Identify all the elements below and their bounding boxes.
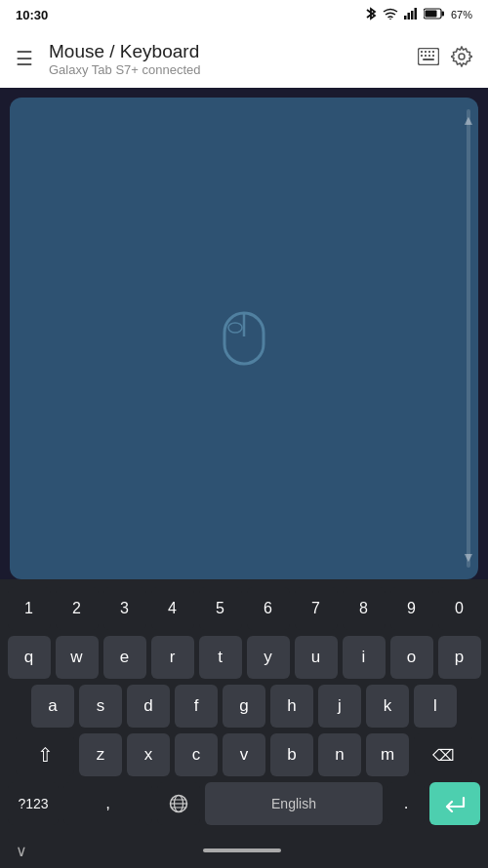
svg-rect-13	[421, 55, 423, 57]
key-5[interactable]: 5	[199, 587, 242, 630]
chevron-down-icon[interactable]: ∨	[16, 842, 27, 860]
globe-key[interactable]	[157, 782, 200, 825]
keyboard-icon[interactable]	[418, 48, 439, 70]
key-v[interactable]: v	[223, 733, 265, 776]
bluetooth-icon	[365, 7, 377, 23]
numbers-key[interactable]: ?123	[8, 782, 59, 825]
status-bar: 10:30	[0, 0, 488, 29]
scroll-bar[interactable]: ▲ ▼	[467, 109, 470, 568]
settings-icon[interactable]	[451, 46, 472, 72]
extra-bar: ∨	[0, 833, 488, 868]
svg-rect-2	[407, 13, 410, 20]
key-9[interactable]: 9	[390, 587, 433, 630]
title-group: Mouse / Keyboard Galaxy Tab S7+ connecte…	[49, 41, 418, 77]
key-i[interactable]: i	[343, 636, 386, 679]
svg-rect-10	[425, 51, 427, 53]
backspace-key[interactable]: ⌫	[414, 733, 472, 776]
svg-rect-9	[421, 51, 423, 53]
battery-icon	[424, 8, 445, 22]
svg-point-18	[459, 54, 465, 59]
svg-rect-17	[423, 59, 434, 60]
battery-percent: 67%	[451, 9, 472, 20]
svg-rect-4	[414, 8, 417, 20]
key-g[interactable]: g	[223, 685, 265, 728]
period-key[interactable]: .	[387, 782, 425, 825]
key-d[interactable]: d	[127, 685, 170, 728]
key-e[interactable]: e	[103, 636, 146, 679]
qwerty-row: q w e r t y u i o p	[4, 636, 484, 679]
key-c[interactable]: c	[175, 733, 218, 776]
svg-rect-16	[432, 55, 434, 57]
svg-point-0	[389, 19, 391, 20]
key-x[interactable]: x	[127, 733, 170, 776]
svg-rect-15	[428, 55, 430, 57]
key-k[interactable]: k	[366, 685, 409, 728]
zxcv-row: ⇧ z x c v b n m ⌫	[4, 733, 484, 776]
key-n[interactable]: n	[318, 733, 361, 776]
asdf-row: a s d f g h j k l	[4, 685, 484, 728]
scroll-up-arrow[interactable]: ▲	[462, 113, 475, 127]
status-icons: 67%	[365, 7, 472, 23]
app-subtitle: Galaxy Tab S7+ connected	[49, 62, 418, 77]
app-title: Mouse / Keyboard	[49, 41, 418, 62]
key-2[interactable]: 2	[56, 587, 99, 630]
key-u[interactable]: u	[295, 636, 338, 679]
key-q[interactable]: q	[8, 636, 51, 679]
svg-rect-14	[425, 55, 427, 57]
scroll-track	[467, 127, 470, 550]
mouse-cursor-icon	[221, 309, 267, 368]
key-m[interactable]: m	[366, 733, 409, 776]
key-8[interactable]: 8	[343, 587, 386, 630]
svg-rect-6	[441, 11, 444, 16]
status-time: 10:30	[16, 8, 48, 22]
key-0[interactable]: 0	[438, 587, 481, 630]
key-o[interactable]: o	[390, 636, 433, 679]
svg-rect-1	[404, 16, 407, 20]
key-j[interactable]: j	[318, 685, 361, 728]
key-p[interactable]: p	[438, 636, 481, 679]
svg-rect-11	[428, 51, 430, 53]
wifi-icon	[383, 8, 398, 22]
scroll-down-arrow[interactable]: ▼	[462, 550, 475, 564]
keyboard: 1 2 3 4 5 6 7 8 9 0 q w e r t y u i o p …	[0, 579, 488, 833]
key-b[interactable]: b	[270, 733, 313, 776]
key-7[interactable]: 7	[295, 587, 338, 630]
key-l[interactable]: l	[414, 685, 457, 728]
hamburger-menu[interactable]: ☰	[16, 47, 33, 70]
key-a[interactable]: a	[31, 685, 74, 728]
svg-rect-21	[228, 323, 242, 333]
enter-key[interactable]	[429, 782, 480, 825]
key-s[interactable]: s	[79, 685, 122, 728]
bottom-row: ?123 , English .	[4, 782, 484, 825]
key-t[interactable]: t	[199, 636, 242, 679]
home-indicator	[203, 848, 281, 852]
app-bar: ☰ Mouse / Keyboard Galaxy Tab S7+ connec…	[0, 29, 488, 88]
key-4[interactable]: 4	[151, 587, 194, 630]
svg-rect-3	[411, 11, 414, 20]
key-y[interactable]: y	[247, 636, 290, 679]
signal-icon	[404, 8, 418, 22]
key-3[interactable]: 3	[103, 587, 146, 630]
key-f[interactable]: f	[175, 685, 218, 728]
key-1[interactable]: 1	[8, 587, 51, 630]
key-h[interactable]: h	[270, 685, 313, 728]
svg-rect-7	[425, 10, 436, 17]
comma-key[interactable]: ,	[63, 782, 152, 825]
key-z[interactable]: z	[79, 733, 122, 776]
key-r[interactable]: r	[151, 636, 194, 679]
trackpad-area[interactable]: ▲ ▼	[10, 98, 478, 579]
svg-rect-12	[432, 51, 434, 53]
shift-key[interactable]: ⇧	[16, 733, 74, 776]
key-w[interactable]: w	[56, 636, 99, 679]
app-bar-actions	[418, 46, 472, 72]
number-row: 1 2 3 4 5 6 7 8 9 0	[4, 587, 484, 630]
key-6[interactable]: 6	[247, 587, 290, 630]
space-key[interactable]: English	[205, 782, 383, 825]
